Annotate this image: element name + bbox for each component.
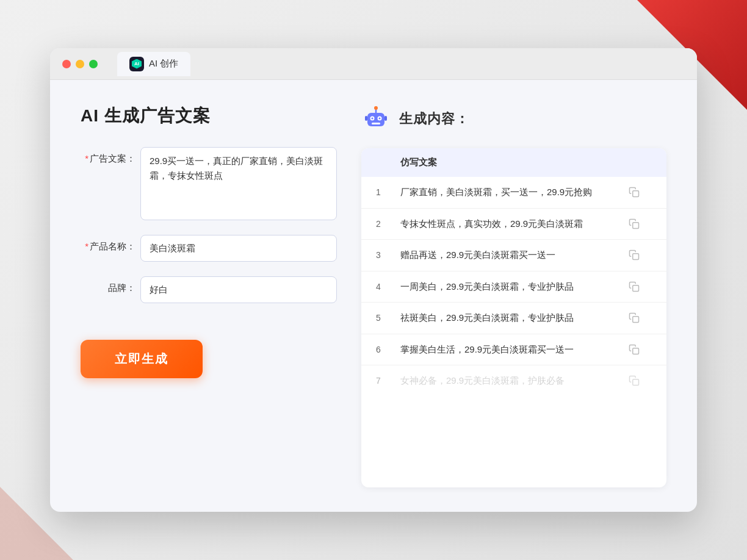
copy-icon[interactable] (627, 280, 641, 293)
product-name-label: *产品名称： (81, 235, 135, 253)
page-title: AI 生成广告文案 (81, 104, 337, 127)
row-number: 3 (376, 250, 400, 260)
svg-point-3 (372, 118, 374, 120)
svg-rect-10 (633, 191, 639, 197)
row-text: 一周美白，29.9元美白淡斑霜，专业护肤品 (400, 280, 627, 294)
required-star-1: * (85, 153, 88, 163)
product-name-group: *产品名称： (81, 235, 337, 262)
table-row: 4一周美白，29.9元美白淡斑霜，专业护肤品 (361, 271, 666, 303)
row-number: 4 (376, 282, 400, 292)
row-number: 2 (376, 219, 400, 229)
generate-button[interactable]: 立即生成 (81, 340, 203, 378)
ad-copy-input[interactable] (140, 147, 337, 220)
right-panel: 生成内容： 仿写文案 1厂家直销，美白淡斑霜，买一送一，29.9元抢购2专抹女性… (361, 104, 666, 487)
left-panel: AI 生成广告文案 *广告文案： *产品名称： 品牌： 立 (81, 104, 337, 487)
main-content: AI 生成广告文案 *广告文案： *产品名称： 品牌： 立 (50, 80, 697, 512)
brand-input[interactable] (140, 276, 337, 303)
required-star-2: * (85, 241, 88, 251)
svg-rect-9 (384, 116, 387, 121)
copy-icon[interactable] (627, 374, 641, 387)
svg-rect-13 (633, 285, 639, 292)
table-row: 1厂家直销，美白淡斑霜，买一送一，29.9元抢购 (361, 177, 666, 209)
copy-icon[interactable] (627, 217, 641, 231)
ai-tab[interactable]: AI AI 创作 (117, 52, 190, 76)
robot-icon (361, 104, 391, 134)
row-text: 女神必备，29.9元美白淡斑霜，护肤必备 (400, 374, 627, 388)
brand-label: 品牌： (81, 276, 135, 294)
copy-icon[interactable] (627, 311, 641, 325)
tab-label: AI 创作 (149, 58, 178, 70)
title-bar: AI AI 创作 (50, 48, 697, 80)
table-header: 仿写文案 (361, 148, 666, 177)
svg-rect-14 (633, 317, 639, 323)
results-table: 仿写文案 1厂家直销，美白淡斑霜，买一送一，29.9元抢购2专抹女性斑点，真实功… (361, 148, 666, 487)
svg-rect-12 (633, 254, 639, 260)
table-row: 5祛斑美白，29.9元美白淡斑霜，专业护肤品 (361, 303, 666, 334)
row-text: 赠品再送，29.9元美白淡斑霜买一送一 (400, 248, 627, 262)
browser-window: AI AI 创作 AI 生成广告文案 *广告文案： *产品名称： (50, 48, 697, 512)
result-header: 生成内容： (361, 104, 666, 134)
result-rows-container: 1厂家直销，美白淡斑霜，买一送一，29.9元抢购2专抹女性斑点，真实功效，29.… (361, 177, 666, 397)
svg-point-6 (374, 106, 378, 110)
row-number: 5 (376, 313, 400, 323)
row-text: 专抹女性斑点，真实功效，29.9元美白淡斑霜 (400, 217, 627, 231)
table-row: 2专抹女性斑点，真实功效，29.9元美白淡斑霜 (361, 209, 666, 240)
svg-rect-15 (633, 348, 639, 354)
table-row: 3赠品再送，29.9元美白淡斑霜买一送一 (361, 240, 666, 271)
maximize-button[interactable] (89, 60, 98, 68)
result-title: 生成内容： (399, 110, 469, 128)
copy-icon[interactable] (627, 343, 641, 356)
row-text: 掌握美白生活，29.9元美白淡斑霜买一送一 (400, 343, 627, 357)
ad-copy-label: *广告文案： (81, 147, 135, 165)
svg-rect-11 (633, 223, 639, 229)
svg-rect-16 (633, 379, 639, 386)
row-number: 6 (376, 345, 400, 354)
traffic-lights (62, 60, 98, 68)
svg-rect-7 (372, 123, 380, 124)
table-row: 7女神必备，29.9元美白淡斑霜，护肤必备 (361, 365, 666, 397)
close-button[interactable] (62, 60, 71, 68)
row-text: 祛斑美白，29.9元美白淡斑霜，专业护肤品 (400, 311, 627, 325)
copy-icon[interactable] (627, 185, 641, 199)
svg-point-4 (379, 118, 381, 120)
row-number: 1 (376, 187, 400, 197)
row-number: 7 (376, 376, 400, 386)
copy-icon[interactable] (627, 248, 641, 262)
brand-group: 品牌： (81, 276, 337, 303)
minimize-button[interactable] (76, 60, 84, 68)
row-text: 厂家直销，美白淡斑霜，买一送一，29.9元抢购 (400, 185, 627, 199)
ad-copy-group: *广告文案： (81, 147, 337, 220)
product-name-input[interactable] (140, 235, 337, 262)
table-row: 6掌握美白生活，29.9元美白淡斑霜买一送一 (361, 334, 666, 366)
svg-rect-8 (365, 116, 367, 121)
table-column-header: 仿写文案 (400, 157, 627, 168)
ai-tab-icon: AI (129, 57, 144, 71)
